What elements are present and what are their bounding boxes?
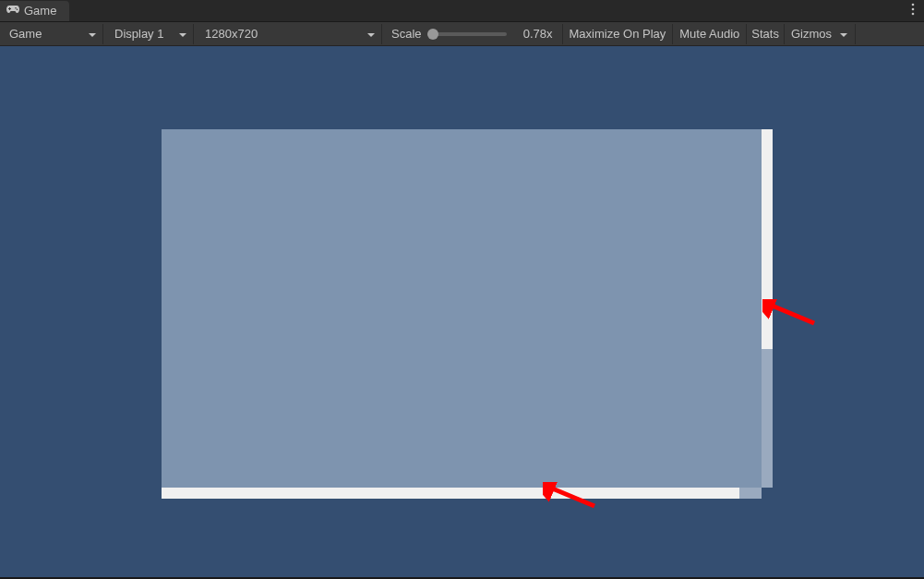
chevron-down-icon xyxy=(80,27,97,41)
maximize-label: Maximize On Play xyxy=(570,27,666,41)
scale-label: Scale xyxy=(384,27,427,41)
svg-point-0 xyxy=(912,4,915,6)
game-controller-icon xyxy=(6,4,20,18)
display-value: Display 1 xyxy=(114,27,163,41)
game-viewport xyxy=(0,46,924,577)
tab-label: Game xyxy=(24,4,56,18)
chevron-down-icon xyxy=(171,27,187,41)
chevron-down-icon xyxy=(839,27,848,41)
vertical-scrollbar[interactable] xyxy=(762,129,773,478)
svg-line-3 xyxy=(770,305,814,323)
horizontal-scrollbar-handle[interactable] xyxy=(739,488,762,499)
maximize-on-play-toggle[interactable]: Maximize On Play xyxy=(563,24,674,44)
svg-point-1 xyxy=(912,8,915,11)
display-dropdown[interactable]: Display 1 xyxy=(107,24,194,44)
vertical-scrollbar-handle[interactable] xyxy=(762,349,773,488)
gizmos-label: Gizmos xyxy=(791,27,832,41)
view-mode-dropdown[interactable]: Game xyxy=(2,24,103,44)
scale-slider-thumb[interactable] xyxy=(427,29,438,40)
resolution-value: 1280x720 xyxy=(205,27,258,41)
chevron-down-icon xyxy=(359,27,376,41)
game-ui-panel xyxy=(162,129,762,488)
svg-point-2 xyxy=(912,13,915,16)
stats-toggle[interactable]: Stats xyxy=(747,24,785,44)
stats-label: Stats xyxy=(751,27,779,41)
scale-slider[interactable] xyxy=(427,32,507,36)
vertical-dots-icon xyxy=(911,3,915,18)
tab-context-menu[interactable] xyxy=(907,0,918,21)
view-mode-value: Game xyxy=(9,27,42,41)
resolution-dropdown[interactable]: 1280x720 xyxy=(198,24,382,44)
horizontal-scrollbar[interactable] xyxy=(162,488,750,499)
mute-label: Mute Audio xyxy=(679,27,739,41)
tab-game[interactable]: Game xyxy=(0,1,69,21)
mute-audio-toggle[interactable]: Mute Audio xyxy=(673,24,747,44)
gizmos-dropdown[interactable]: Gizmos xyxy=(785,24,856,44)
scale-value: 0.78x xyxy=(516,27,553,41)
